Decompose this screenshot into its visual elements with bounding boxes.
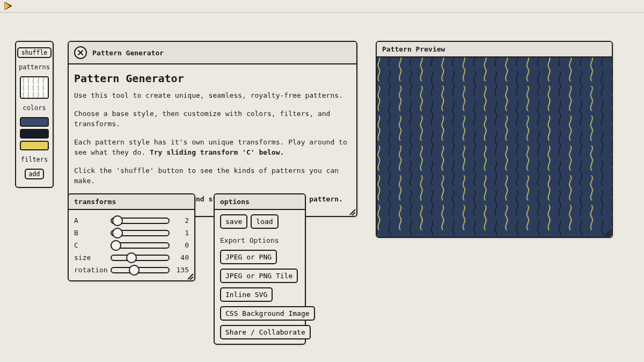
shuffle-button[interactable]: shuffle — [17, 47, 52, 58]
slider-c[interactable] — [111, 242, 170, 249]
slider-value: 0 — [174, 241, 189, 249]
intro-p3: Each pattern style has it's own unique t… — [74, 137, 351, 158]
options-panel: options save load Export Options JPEG or… — [214, 193, 306, 345]
intro-p1: Use this tool to create unique, seamless… — [74, 90, 351, 101]
export-button-1[interactable]: JPEG or PNG Tile — [220, 269, 298, 283]
slider-thumb[interactable] — [112, 228, 123, 238]
slider-row-c: C0 — [74, 239, 189, 251]
color-swatch-0[interactable] — [20, 117, 49, 127]
slider-label: B — [74, 229, 106, 237]
preview-panel: Pattern Preview — [376, 41, 613, 238]
slider-b[interactable] — [111, 230, 170, 236]
close-icon[interactable] — [74, 46, 87, 59]
color-swatch-1[interactable] — [20, 129, 49, 139]
preview-header[interactable]: Pattern Preview — [377, 42, 612, 57]
sidebar-patterns-label: patterns — [19, 63, 50, 71]
slider-label: C — [74, 241, 106, 249]
transforms-body: A2B1C0size40rotation135 — [69, 210, 194, 280]
slider-label: rotation — [74, 266, 106, 274]
intro-p2: Choose a base style, then customize with… — [74, 108, 351, 129]
transforms-panel: transforms A2B1C0size40rotation135 — [68, 193, 195, 281]
load-button[interactable]: load — [251, 214, 278, 229]
slider-size[interactable] — [111, 255, 170, 261]
app-logo-icon — [3, 1, 13, 11]
slider-thumb[interactable] — [126, 252, 137, 263]
sidebar-filters-label: filters — [21, 156, 48, 163]
intro-panel: Pattern Generator Pattern Generator Use … — [68, 41, 357, 217]
workspace: shuffle patterns colors filters add Patt… — [0, 13, 644, 362]
export-button-0[interactable]: JPEG or PNG — [220, 250, 277, 264]
options-header[interactable]: options — [215, 194, 305, 210]
color-swatch-2[interactable] — [20, 141, 49, 150]
slider-rotation[interactable] — [111, 267, 170, 273]
intro-p4: Click the 'shuffle' button to see the ki… — [74, 165, 351, 186]
pattern-thumbnail[interactable] — [20, 76, 49, 99]
export-options-label: Export Options — [220, 236, 279, 244]
slider-row-a: A2 — [74, 214, 189, 227]
slider-value: 1 — [174, 229, 189, 237]
slider-row-rotation: rotation135 — [74, 264, 189, 276]
transforms-header[interactable]: transforms — [69, 194, 194, 210]
slider-row-size: size40 — [74, 251, 189, 264]
slider-label: size — [74, 254, 106, 262]
slider-thumb[interactable] — [112, 215, 123, 226]
intro-header-title: Pattern Generator — [92, 49, 164, 57]
svg-rect-3 — [377, 57, 612, 235]
export-button-2[interactable]: Inline SVG — [220, 287, 273, 302]
pattern-preview-area — [377, 57, 612, 237]
slider-label: A — [74, 216, 106, 225]
options-body: save load Export Options JPEG or PNGJPEG… — [215, 210, 305, 344]
resize-handle-icon[interactable] — [187, 273, 193, 279]
sidebar-panel: shuffle patterns colors filters add — [15, 41, 54, 188]
resize-handle-icon[interactable] — [349, 208, 355, 215]
add-filter-button[interactable]: add — [25, 169, 45, 179]
top-bar — [0, 0, 644, 13]
export-button-4[interactable]: Share / Collaborate — [220, 325, 311, 339]
slider-value: 2 — [174, 216, 189, 225]
slider-value: 40 — [174, 254, 189, 262]
intro-header[interactable]: Pattern Generator — [69, 42, 356, 64]
svg-rect-1 — [21, 77, 48, 98]
save-button[interactable]: save — [220, 214, 247, 229]
slider-thumb[interactable] — [111, 240, 121, 251]
resize-handle-icon[interactable] — [604, 229, 611, 236]
slider-thumb[interactable] — [129, 265, 140, 276]
intro-title: Pattern Generator — [74, 72, 351, 85]
slider-a[interactable] — [111, 218, 170, 224]
export-button-3[interactable]: CSS Background Image — [220, 306, 315, 321]
slider-row-b: B1 — [74, 227, 189, 239]
sidebar-colors-label: colors — [23, 104, 46, 112]
